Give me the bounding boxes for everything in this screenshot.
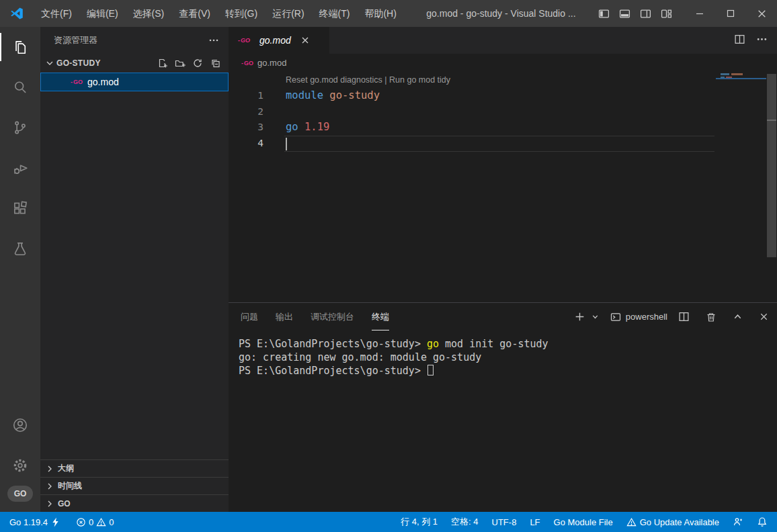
account-icon[interactable] bbox=[0, 405, 40, 445]
source-control-icon[interactable] bbox=[0, 107, 40, 148]
go-update-status[interactable]: Go Update Available bbox=[622, 512, 723, 532]
kill-terminal-trash-icon[interactable] bbox=[706, 312, 717, 322]
menu-edit[interactable]: 编辑(E) bbox=[79, 4, 126, 23]
menu-file[interactable]: 文件(F) bbox=[34, 4, 79, 23]
sidebar-more-actions-icon[interactable] bbox=[208, 35, 219, 46]
code-line-2: 2 bbox=[229, 104, 777, 120]
pane-go[interactable]: GO bbox=[40, 494, 229, 512]
codelens-actions[interactable]: Reset go.mod diagnostics | Run go mod ti… bbox=[286, 72, 777, 88]
terminal-dropdown-chevron-icon[interactable] bbox=[591, 312, 600, 321]
go-mod-file-icon: GO bbox=[241, 60, 253, 66]
panel-tab-debug-console[interactable]: 调试控制台 bbox=[311, 303, 354, 330]
error-icon bbox=[76, 517, 86, 527]
vscode-window: 文件(F) 编辑(E) 选择(S) 查看(V) 转到(G) 运行(R) 终端(T… bbox=[0, 0, 777, 532]
editor-more-actions-icon[interactable] bbox=[756, 34, 768, 45]
new-folder-icon[interactable] bbox=[175, 58, 186, 69]
refresh-icon[interactable] bbox=[192, 58, 203, 69]
extensions-icon[interactable] bbox=[0, 188, 40, 228]
pane-outline[interactable]: 大纲 bbox=[40, 459, 229, 477]
line-number: 2 bbox=[229, 104, 263, 120]
cursor-position-status[interactable]: 行 4, 列 1 bbox=[397, 512, 442, 532]
new-file-icon[interactable] bbox=[157, 58, 168, 69]
explorer-sidebar: 资源管理器 GO-STUDY bbox=[40, 27, 229, 512]
file-item-label: go.mod bbox=[87, 77, 119, 87]
folder-section-header[interactable]: GO-STUDY bbox=[40, 54, 229, 73]
notifications-bell-icon[interactable] bbox=[753, 512, 772, 532]
line-number: 1 bbox=[229, 88, 263, 104]
terminal-line-3: PS E:\GolandProjects\go-study> bbox=[239, 364, 777, 378]
indentation-status[interactable]: 空格: 4 bbox=[447, 512, 482, 532]
vscode-logo-icon bbox=[9, 6, 24, 21]
panel-tab-terminal[interactable]: 终端 bbox=[372, 303, 389, 330]
search-icon[interactable] bbox=[0, 67, 40, 107]
code-line-1: 1 module go-study bbox=[229, 88, 777, 104]
terminal-output[interactable]: PS E:\GolandProjects\go-study> go mod in… bbox=[229, 330, 777, 378]
terminal-line-1: PS E:\GolandProjects\go-study> go mod in… bbox=[239, 337, 777, 351]
tab-label: go.mod bbox=[259, 35, 291, 46]
customize-layout-icon[interactable] bbox=[661, 8, 672, 19]
collapse-all-icon[interactable] bbox=[210, 58, 220, 69]
menu-view[interactable]: 查看(V) bbox=[171, 4, 218, 23]
chevron-down-icon bbox=[44, 58, 55, 69]
eol-status[interactable]: LF bbox=[526, 512, 544, 532]
settings-gear-icon[interactable] bbox=[0, 445, 40, 486]
close-window-button[interactable] bbox=[746, 0, 777, 27]
go-mod-file-icon: GO bbox=[238, 37, 250, 44]
status-bar: Go 1.19.4 0 0 行 4, 列 1 空格: 4 UTF-8 LF bbox=[0, 512, 777, 532]
menu-help[interactable]: 帮助(H) bbox=[357, 4, 403, 23]
feedback-icon[interactable] bbox=[729, 512, 747, 532]
minimap-mark bbox=[731, 73, 743, 75]
powershell-terminal-icon bbox=[610, 312, 621, 322]
menu-bar: 文件(F) 编辑(E) 选择(S) 查看(V) 转到(G) 运行(R) 终端(T… bbox=[34, 4, 404, 23]
go-version-status[interactable]: Go 1.19.4 bbox=[5, 512, 64, 532]
language-mode-status[interactable]: Go Module File bbox=[550, 512, 617, 532]
chevron-right-icon bbox=[44, 463, 55, 474]
editor-scrollbar[interactable] bbox=[766, 72, 777, 302]
split-editor-icon[interactable] bbox=[734, 34, 745, 45]
code-editor[interactable]: Reset go.mod diagnostics | Run go mod ti… bbox=[229, 72, 777, 302]
toggle-sidebar-icon[interactable] bbox=[598, 8, 610, 19]
warning-icon bbox=[96, 517, 106, 527]
panel-tab-problems[interactable]: 问题 bbox=[241, 303, 258, 330]
menu-selection[interactable]: 选择(S) bbox=[126, 4, 172, 23]
explorer-icon[interactable] bbox=[0, 27, 40, 67]
encoding-status[interactable]: UTF-8 bbox=[488, 512, 521, 532]
close-panel-icon[interactable] bbox=[759, 312, 769, 322]
toggle-panel-icon[interactable] bbox=[619, 8, 630, 19]
panel-tab-output[interactable]: 输出 bbox=[276, 303, 293, 330]
current-line-highlight bbox=[284, 136, 714, 152]
menu-terminal[interactable]: 终端(T) bbox=[312, 4, 358, 23]
problems-status[interactable]: 0 0 bbox=[72, 512, 118, 532]
new-terminal-icon[interactable] bbox=[574, 311, 585, 322]
chevron-right-icon bbox=[44, 481, 55, 492]
scrollbar-slider[interactable] bbox=[767, 121, 776, 257]
pane-timeline[interactable]: 时间线 bbox=[40, 477, 229, 494]
menu-go[interactable]: 转到(G) bbox=[218, 4, 265, 23]
breadcrumb-item[interactable]: go.mod bbox=[257, 58, 286, 68]
maximize-button[interactable] bbox=[715, 0, 746, 27]
sidebar-title: 资源管理器 bbox=[54, 34, 97, 46]
tab-gomod[interactable]: GO go.mod bbox=[229, 27, 329, 54]
file-item-gomod[interactable]: GO go.mod bbox=[40, 73, 229, 91]
terminal-cursor bbox=[427, 365, 434, 375]
title-bar: 文件(F) 编辑(E) 选择(S) 查看(V) 转到(G) 运行(R) 终端(T… bbox=[0, 0, 777, 27]
minimize-button[interactable] bbox=[684, 0, 715, 27]
close-tab-icon[interactable] bbox=[300, 36, 310, 45]
scrollbar-slider[interactable] bbox=[767, 74, 776, 121]
window-title: go.mod - go-study - Visual Studio ... bbox=[404, 8, 598, 19]
minimap[interactable] bbox=[716, 72, 766, 302]
breadcrumb[interactable]: GO go.mod bbox=[229, 54, 777, 72]
terminal-line-2: go: creating new go.mod: module go-study bbox=[239, 351, 777, 364]
code-line-3: 3 go 1.19 bbox=[229, 120, 777, 136]
maximize-panel-chevron-up-icon[interactable] bbox=[733, 312, 743, 322]
activity-bar: GO bbox=[0, 27, 40, 512]
warning-icon bbox=[626, 517, 637, 527]
chevron-right-icon bbox=[44, 498, 55, 509]
menu-run[interactable]: 运行(R) bbox=[265, 4, 311, 23]
split-terminal-icon[interactable] bbox=[678, 311, 690, 322]
terminal-instance[interactable]: powershell bbox=[610, 312, 667, 322]
minimap-mark bbox=[721, 73, 729, 75]
run-debug-icon[interactable] bbox=[0, 148, 40, 188]
testing-icon[interactable] bbox=[0, 228, 40, 269]
toggle-secondary-sidebar-icon[interactable] bbox=[640, 8, 651, 19]
